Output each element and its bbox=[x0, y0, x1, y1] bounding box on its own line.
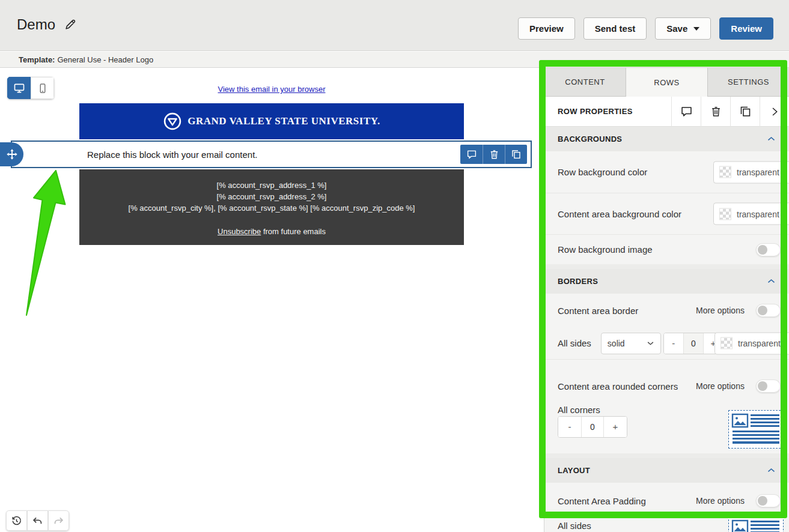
copy-icon bbox=[511, 149, 522, 160]
panel-close-button[interactable] bbox=[760, 97, 789, 127]
history-icon bbox=[11, 515, 22, 527]
email-brand-text: GRAND VALLEY STATE UNIVERSITY. bbox=[187, 115, 380, 127]
border-more-options-label: More options bbox=[696, 306, 745, 315]
row-comment-button[interactable] bbox=[460, 145, 483, 164]
row-bg-color-label: Row background color bbox=[558, 167, 647, 177]
border-width-value: 0 bbox=[683, 333, 704, 354]
email-header-row[interactable]: GRAND VALLEY STATE UNIVERSITY. bbox=[79, 103, 464, 139]
undo-icon bbox=[32, 515, 43, 527]
trash-icon bbox=[489, 149, 499, 160]
chevron-up-icon bbox=[767, 466, 776, 475]
history-button[interactable] bbox=[6, 510, 27, 531]
image-text-row-icon bbox=[731, 519, 781, 532]
row-drag-preview-thumbnail bbox=[728, 410, 784, 449]
border-width-decrement[interactable]: - bbox=[664, 333, 683, 354]
content-bg-color-row: Content area background color transparen… bbox=[544, 193, 789, 235]
template-label: Template: bbox=[19, 55, 55, 64]
template-value: General Use - Header Logo bbox=[57, 55, 153, 64]
backgrounds-section-header[interactable]: BACKGROUNDS bbox=[544, 127, 789, 151]
content-bg-color-picker[interactable]: transparent bbox=[713, 203, 789, 225]
undo-button[interactable] bbox=[27, 510, 48, 531]
save-button[interactable]: Save bbox=[655, 17, 711, 40]
content-border-label: Content area border bbox=[558, 306, 638, 316]
selected-content-row[interactable]: Replace this block with your email conte… bbox=[11, 141, 532, 168]
borders-title: BORDERS bbox=[558, 277, 598, 286]
content-bg-color-value: transparent bbox=[737, 209, 779, 219]
panel-tabs: CONTENT ROWS SETTINGS bbox=[544, 68, 789, 97]
backgrounds-title: BACKGROUNDS bbox=[558, 135, 622, 144]
image-text-row-icon bbox=[731, 413, 781, 446]
row-drag-preview-thumbnail bbox=[728, 516, 784, 532]
redo-icon bbox=[53, 515, 64, 527]
border-style-select[interactable]: solid bbox=[601, 333, 661, 354]
properties-panel: CONTENT ROWS SETTINGS ROW PROPERTIES BAC… bbox=[544, 68, 789, 532]
device-toggle bbox=[7, 77, 54, 99]
desktop-icon bbox=[13, 82, 25, 94]
chevron-down-icon bbox=[647, 339, 654, 347]
copy-icon bbox=[739, 105, 752, 118]
view-in-browser-wrap: View this email in your browser bbox=[79, 85, 464, 94]
border-all-sides-label: All sides bbox=[558, 338, 591, 348]
desktop-view-button[interactable] bbox=[7, 77, 31, 99]
content-border-row: Content area border More options bbox=[544, 294, 789, 327]
row-bg-color-picker[interactable]: transparent bbox=[713, 161, 789, 183]
all-corners-label: All corners bbox=[558, 405, 600, 415]
template-bar: Template: General Use - Header Logo bbox=[0, 52, 789, 68]
tab-rows[interactable]: ROWS bbox=[626, 68, 708, 97]
comment-icon bbox=[680, 105, 693, 118]
border-more-options-toggle[interactable] bbox=[756, 304, 781, 317]
border-color-value: transparent bbox=[738, 339, 781, 348]
history-toolbar bbox=[6, 510, 69, 531]
review-button[interactable]: Review bbox=[719, 17, 773, 40]
row-properties-title: ROW PROPERTIES bbox=[544, 107, 671, 116]
row-action-toolbar bbox=[460, 145, 527, 164]
tab-settings[interactable]: SETTINGS bbox=[708, 68, 789, 97]
top-header: Demo Preview Send test Save Review bbox=[0, 0, 789, 51]
padding-more-options-toggle[interactable] bbox=[756, 494, 781, 507]
padding-all-sides-label: All sides bbox=[558, 521, 591, 531]
unsubscribe-link[interactable]: Unsubscribe bbox=[218, 227, 261, 236]
row-bg-image-label: Row background image bbox=[558, 244, 653, 255]
transparency-checker-icon bbox=[720, 337, 733, 349]
corner-radius-decrement[interactable]: - bbox=[558, 417, 581, 437]
row-bg-color-value: transparent bbox=[737, 168, 779, 177]
rounded-corners-label: Content area rounded corners bbox=[558, 381, 678, 391]
footer-address-line-3: [% account_rsvp_city %], [% account_rsvp… bbox=[79, 202, 464, 214]
save-button-label: Save bbox=[666, 23, 687, 34]
email-canvas: View this email in your browser GRAND VA… bbox=[0, 68, 544, 532]
unsubscribe-rest: from future emails bbox=[261, 227, 326, 236]
chevron-up-icon bbox=[767, 277, 776, 286]
rounded-corners-row: Content area rounded corners More option… bbox=[544, 369, 789, 403]
corners-more-options-toggle[interactable] bbox=[756, 379, 781, 393]
corner-radius-value: 0 bbox=[581, 417, 604, 437]
layout-title: LAYOUT bbox=[558, 466, 590, 475]
row-drag-handle[interactable] bbox=[0, 142, 23, 166]
row-duplicate-button[interactable] bbox=[505, 145, 527, 164]
panel-delete-button[interactable] bbox=[701, 97, 730, 127]
move-icon bbox=[6, 148, 18, 160]
redo-button[interactable] bbox=[48, 510, 69, 531]
view-in-browser-link[interactable]: View this email in your browser bbox=[218, 85, 326, 94]
page-title: Demo bbox=[17, 16, 55, 33]
edit-title-icon[interactable] bbox=[64, 18, 77, 31]
row-bg-image-toggle[interactable] bbox=[756, 243, 781, 256]
panel-duplicate-button[interactable] bbox=[730, 97, 760, 127]
chevron-right-icon bbox=[769, 106, 780, 117]
footer-address-line-1: [% account_rsvp_address_1 %] bbox=[79, 180, 464, 191]
layout-section-header[interactable]: LAYOUT bbox=[544, 458, 789, 483]
save-caret-down-icon bbox=[693, 27, 699, 31]
padding-more-options-label: More options bbox=[696, 496, 745, 506]
transparency-checker-icon bbox=[719, 166, 731, 178]
corner-radius-increment[interactable]: + bbox=[604, 417, 627, 437]
send-test-button[interactable]: Send test bbox=[583, 17, 647, 40]
trash-icon bbox=[710, 105, 722, 118]
border-color-picker[interactable]: transparent bbox=[714, 332, 789, 354]
borders-section-header[interactable]: BORDERS bbox=[544, 269, 789, 294]
email-footer-row[interactable]: [% account_rsvp_address_1 %] [% account_… bbox=[79, 169, 464, 245]
content-bg-color-label: Content area background color bbox=[558, 209, 681, 219]
mobile-view-button[interactable] bbox=[31, 77, 54, 99]
row-delete-button[interactable] bbox=[483, 145, 505, 164]
tab-content[interactable]: CONTENT bbox=[544, 68, 626, 97]
preview-button[interactable]: Preview bbox=[518, 17, 575, 40]
panel-comment-button[interactable] bbox=[671, 97, 701, 127]
